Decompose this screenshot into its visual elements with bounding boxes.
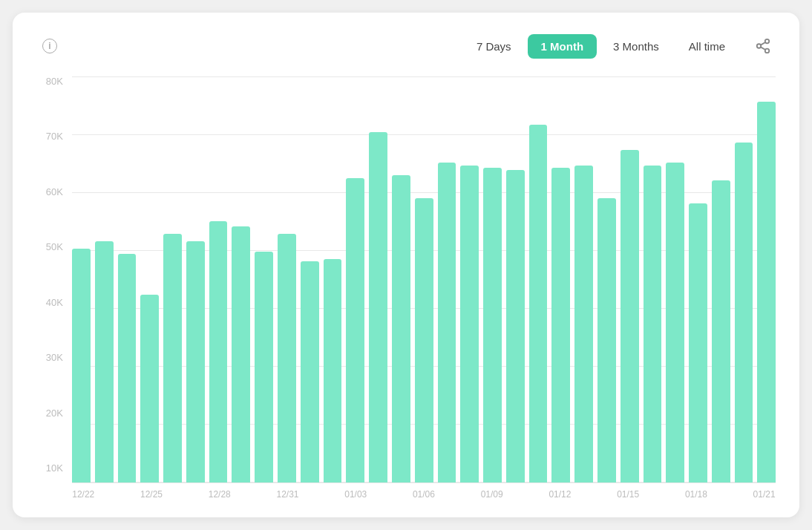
bar-group [460, 76, 479, 482]
x-label: 12/25 [140, 489, 163, 500]
x-label-group [458, 489, 481, 500]
x-label-group [707, 489, 730, 500]
x-label-group [231, 489, 254, 500]
chart-card: i 7 Days 1 Month 3 Months All time 10K20… [13, 13, 799, 517]
bar-group [666, 76, 684, 482]
bar[interactable] [483, 168, 502, 482]
bar[interactable] [666, 163, 684, 482]
bar-group [757, 76, 776, 482]
bar[interactable] [118, 254, 137, 482]
bar-group [506, 76, 525, 482]
x-label-group [730, 489, 753, 500]
bar[interactable] [529, 125, 548, 482]
bar[interactable] [95, 241, 114, 482]
y-label: 60K [36, 187, 63, 197]
period-7days[interactable]: 7 Days [463, 34, 525, 59]
period-alltime[interactable]: All time [675, 34, 739, 59]
info-icon[interactable]: i [42, 39, 57, 53]
bar[interactable] [392, 175, 410, 482]
bar[interactable] [324, 259, 342, 482]
bar[interactable] [278, 234, 296, 482]
x-label-group [503, 489, 526, 500]
bar-group [255, 76, 273, 482]
bar-group [209, 76, 228, 482]
bar[interactable] [72, 249, 91, 482]
svg-line-4 [761, 42, 765, 45]
bar-group [232, 76, 250, 482]
x-label-group [662, 489, 685, 500]
x-label-group [435, 489, 458, 500]
x-label-group: 12/25 [140, 489, 163, 500]
x-label-group: 01/12 [549, 489, 572, 500]
bar[interactable] [255, 252, 273, 482]
bar[interactable] [574, 166, 593, 482]
bar[interactable] [712, 180, 730, 482]
bar-group [118, 76, 137, 482]
bar[interactable] [163, 234, 182, 482]
y-label: 20K [36, 408, 63, 418]
chart-header: i 7 Days 1 Month 3 Months All time [36, 33, 776, 59]
bar-group [278, 76, 296, 482]
bar[interactable] [369, 132, 387, 482]
share-button[interactable] [750, 33, 776, 59]
x-label-group: 12/28 [208, 489, 231, 500]
bar-group [186, 76, 205, 482]
bar[interactable] [415, 198, 433, 482]
x-label-group: 12/31 [276, 489, 299, 500]
bar-group [324, 76, 342, 482]
y-label: 30K [36, 353, 63, 362]
x-label-group [526, 489, 549, 500]
x-label-group: 01/18 [685, 489, 708, 500]
bar[interactable] [644, 166, 662, 482]
bar-group [95, 76, 114, 482]
bar[interactable] [140, 295, 159, 482]
x-label-group: 01/15 [617, 489, 640, 500]
bar[interactable] [301, 261, 319, 482]
x-label: 01/09 [481, 489, 503, 500]
bar[interactable] [621, 150, 639, 482]
bar[interactable] [346, 178, 364, 482]
bar[interactable] [757, 102, 776, 482]
bar-group [438, 76, 456, 482]
y-label: 10K [36, 463, 63, 473]
chart-area: 10K20K30K40K50K60K70K80K 12/2212/2512/28… [36, 76, 776, 500]
x-label-group: 12/22 [72, 489, 95, 500]
x-label: 01/15 [617, 489, 639, 500]
bar-group [301, 76, 319, 482]
x-label-group [321, 489, 344, 500]
bar[interactable] [689, 203, 707, 482]
bar-group [346, 76, 364, 482]
bar-group [644, 76, 662, 482]
x-label-group [639, 489, 662, 500]
period-3months[interactable]: 3 Months [600, 34, 672, 59]
x-label-group [367, 489, 390, 500]
bar[interactable] [551, 168, 570, 482]
x-label: 12/22 [72, 489, 94, 500]
period-controls: 7 Days 1 Month 3 Months All time [463, 33, 776, 59]
bar[interactable] [186, 241, 205, 482]
x-label-group [299, 489, 322, 500]
x-label-group [186, 489, 209, 500]
share-icon [755, 38, 771, 54]
bar[interactable] [506, 170, 525, 482]
bar[interactable] [460, 166, 479, 482]
y-label: 80K [36, 76, 63, 86]
bar-group [163, 76, 182, 482]
y-label: 50K [36, 242, 63, 252]
bars-container [72, 76, 776, 483]
title-group: i [36, 39, 57, 53]
bar[interactable] [209, 221, 228, 482]
bar-group [369, 76, 387, 482]
bar-group [415, 76, 433, 482]
x-label-group [163, 489, 186, 500]
period-1month[interactable]: 1 Month [528, 34, 597, 59]
bar-group [551, 76, 570, 482]
x-label-group [572, 489, 595, 500]
y-axis: 10K20K30K40K50K60K70K80K [36, 76, 72, 500]
bar[interactable] [735, 143, 753, 482]
bar[interactable] [438, 163, 456, 482]
bar[interactable] [232, 226, 250, 482]
x-label-group: 01/21 [753, 489, 776, 500]
bar[interactable] [597, 198, 616, 482]
bar-group [483, 76, 502, 482]
